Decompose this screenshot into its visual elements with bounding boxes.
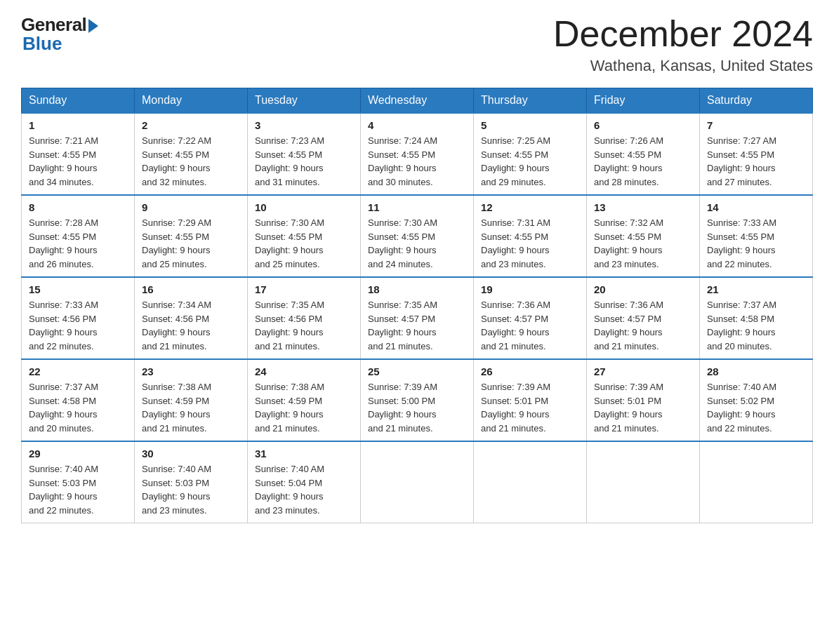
sunrise-value: 7:29 AM: [178, 217, 211, 228]
day-number: 24: [255, 365, 353, 377]
sunrise-value: 7:23 AM: [291, 135, 324, 146]
daylight-continuation: and 22 minutes.: [707, 423, 772, 434]
sunrise-label: Sunrise:: [142, 464, 178, 474]
day-of-week-header: Sunday: [22, 88, 135, 114]
day-info: Sunrise: 7:28 AM Sunset: 4:55 PM Dayligh…: [29, 216, 127, 271]
daylight-label: Daylight: 9 hours: [481, 327, 550, 337]
sunrise-value: 7:33 AM: [743, 217, 776, 228]
sunset-value: 5:01 PM: [515, 396, 548, 406]
sunrise-label: Sunrise:: [142, 300, 178, 310]
day-number: 15: [29, 283, 127, 295]
calendar-day-cell: 24 Sunrise: 7:38 AM Sunset: 4:59 PM Dayl…: [248, 359, 361, 441]
sunrise-value: 7:40 AM: [65, 464, 98, 474]
day-number: 14: [707, 201, 805, 213]
daylight-label: Daylight: 9 hours: [142, 163, 211, 173]
sunrise-value: 7:31 AM: [517, 217, 550, 228]
day-number: 26: [481, 365, 579, 377]
calendar-day-cell: 9 Sunrise: 7:29 AM Sunset: 4:55 PM Dayli…: [135, 195, 248, 277]
day-info: Sunrise: 7:34 AM Sunset: 4:56 PM Dayligh…: [142, 298, 240, 353]
calendar-day-cell: [700, 441, 813, 523]
sunset-label: Sunset:: [142, 149, 176, 160]
calendar-day-cell: [361, 441, 474, 523]
day-number: 23: [142, 365, 240, 377]
daylight-continuation: and 21 minutes.: [481, 423, 546, 434]
sunrise-value: 7:26 AM: [630, 135, 663, 146]
day-of-week-header: Monday: [135, 88, 248, 114]
sunrise-label: Sunrise:: [594, 300, 630, 310]
day-number: 16: [142, 283, 240, 295]
daylight-continuation: and 23 minutes.: [594, 259, 659, 269]
day-info: Sunrise: 7:32 AM Sunset: 4:55 PM Dayligh…: [594, 216, 692, 271]
sunrise-value: 7:35 AM: [404, 300, 437, 310]
daylight-label: Daylight: 9 hours: [142, 409, 211, 420]
sunrise-value: 7:38 AM: [178, 382, 211, 392]
day-info: Sunrise: 7:29 AM Sunset: 4:55 PM Dayligh…: [142, 216, 240, 271]
daylight-continuation: and 29 minutes.: [481, 177, 546, 187]
day-number: 2: [142, 119, 240, 131]
sunset-value: 4:56 PM: [62, 314, 96, 324]
calendar-day-cell: 20 Sunrise: 7:36 AM Sunset: 4:57 PM Dayl…: [587, 277, 700, 359]
daylight-continuation: and 22 minutes.: [707, 259, 772, 269]
sunset-label: Sunset:: [481, 232, 515, 242]
daylight-continuation: and 24 minutes.: [368, 259, 433, 269]
daylight-label: Daylight: 9 hours: [594, 409, 663, 420]
sunrise-label: Sunrise:: [255, 464, 291, 474]
sunset-value: 4:55 PM: [62, 232, 96, 242]
daylight-label: Daylight: 9 hours: [29, 491, 98, 502]
day-info: Sunrise: 7:36 AM Sunset: 4:57 PM Dayligh…: [481, 298, 579, 353]
calendar-day-cell: 2 Sunrise: 7:22 AM Sunset: 4:55 PM Dayli…: [135, 113, 248, 195]
sunset-label: Sunset:: [481, 149, 515, 160]
daylight-label: Daylight: 9 hours: [594, 163, 663, 173]
day-number: 31: [255, 448, 353, 459]
sunset-value: 5:03 PM: [62, 478, 96, 488]
day-info: Sunrise: 7:31 AM Sunset: 4:55 PM Dayligh…: [481, 216, 579, 271]
sunrise-label: Sunrise:: [707, 300, 743, 310]
daylight-label: Daylight: 9 hours: [481, 409, 550, 420]
sunset-value: 4:55 PM: [402, 232, 435, 242]
daylight-continuation: and 31 minutes.: [255, 177, 320, 187]
sunset-value: 5:03 PM: [176, 478, 209, 488]
day-info: Sunrise: 7:40 AM Sunset: 5:02 PM Dayligh…: [707, 380, 805, 435]
day-info: Sunrise: 7:38 AM Sunset: 4:59 PM Dayligh…: [142, 380, 240, 435]
calendar-day-cell: 21 Sunrise: 7:37 AM Sunset: 4:58 PM Dayl…: [700, 277, 813, 359]
sunset-value: 4:55 PM: [289, 232, 322, 242]
calendar-day-cell: 12 Sunrise: 7:31 AM Sunset: 4:55 PM Dayl…: [474, 195, 587, 277]
sunrise-value: 7:24 AM: [404, 135, 437, 146]
daylight-continuation: and 21 minutes.: [481, 341, 546, 351]
calendar-day-cell: 29 Sunrise: 7:40 AM Sunset: 5:03 PM Dayl…: [22, 441, 135, 523]
sunset-value: 4:58 PM: [62, 396, 96, 406]
calendar-day-cell: 6 Sunrise: 7:26 AM Sunset: 4:55 PM Dayli…: [587, 113, 700, 195]
daylight-label: Daylight: 9 hours: [255, 245, 324, 255]
sunset-label: Sunset:: [142, 232, 176, 242]
day-info: Sunrise: 7:33 AM Sunset: 4:56 PM Dayligh…: [29, 298, 127, 353]
sunset-label: Sunset:: [255, 396, 289, 406]
day-number: 7: [707, 119, 805, 131]
sunset-value: 4:55 PM: [628, 232, 661, 242]
day-number: 29: [29, 448, 127, 459]
daylight-label: Daylight: 9 hours: [368, 245, 437, 255]
calendar-table: SundayMondayTuesdayWednesdayThursdayFrid…: [21, 88, 813, 523]
day-info: Sunrise: 7:22 AM Sunset: 4:55 PM Dayligh…: [142, 134, 240, 189]
sunset-label: Sunset:: [368, 232, 402, 242]
day-number: 4: [368, 119, 466, 131]
calendar-day-cell: 10 Sunrise: 7:30 AM Sunset: 4:55 PM Dayl…: [248, 195, 361, 277]
sunset-value: 4:55 PM: [62, 149, 96, 160]
sunrise-value: 7:25 AM: [517, 135, 550, 146]
day-info: Sunrise: 7:26 AM Sunset: 4:55 PM Dayligh…: [594, 134, 692, 189]
daylight-label: Daylight: 9 hours: [29, 327, 98, 337]
sunset-value: 4:56 PM: [289, 314, 322, 324]
sunrise-label: Sunrise:: [368, 382, 404, 392]
sunrise-value: 7:35 AM: [291, 300, 324, 310]
daylight-label: Daylight: 9 hours: [481, 245, 550, 255]
calendar-day-cell: 1 Sunrise: 7:21 AM Sunset: 4:55 PM Dayli…: [22, 113, 135, 195]
sunset-value: 4:55 PM: [741, 232, 774, 242]
sunrise-value: 7:37 AM: [743, 300, 776, 310]
sunrise-label: Sunrise:: [255, 300, 291, 310]
days-header-row: SundayMondayTuesdayWednesdayThursdayFrid…: [22, 88, 813, 114]
sunset-value: 4:56 PM: [176, 314, 209, 324]
day-info: Sunrise: 7:35 AM Sunset: 4:56 PM Dayligh…: [255, 298, 353, 353]
day-info: Sunrise: 7:39 AM Sunset: 5:00 PM Dayligh…: [368, 380, 466, 435]
calendar-day-cell: 14 Sunrise: 7:33 AM Sunset: 4:55 PM Dayl…: [700, 195, 813, 277]
sunset-label: Sunset:: [142, 478, 176, 488]
sunrise-label: Sunrise:: [142, 382, 178, 392]
